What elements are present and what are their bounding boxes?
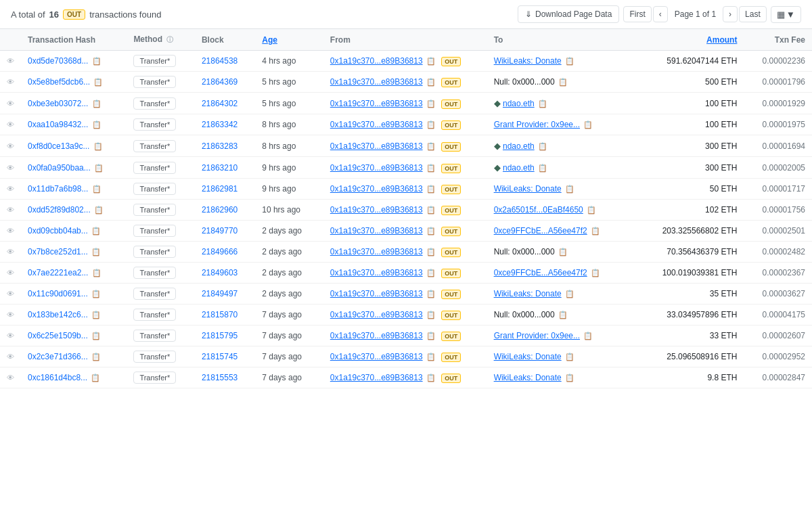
eye-icon[interactable]: 👁 (7, 227, 14, 235)
tx-hash-link[interactable]: 0xc1861d4bc8... (28, 373, 87, 382)
tx-hash-link[interactable]: 0xd5de70368d... (28, 56, 88, 66)
eye-icon[interactable]: 👁 (7, 290, 14, 298)
filter-button[interactable]: ▦ ▼ (771, 6, 801, 23)
from-address-link[interactable]: 0x1a19c370...e89B36813 (330, 373, 423, 382)
copy-from-button[interactable]: 📋 (425, 269, 437, 277)
copy-to-button[interactable]: 📋 (557, 311, 569, 319)
to-address-link[interactable]: ndao.eth (503, 99, 535, 108)
eye-icon[interactable]: 👁 (7, 206, 14, 214)
block-link[interactable]: 21849770 (202, 226, 238, 236)
from-address-link[interactable]: 0x1a19c370...e89B36813 (330, 163, 423, 173)
tx-hash-link[interactable]: 0xdd52f89d802... (28, 205, 91, 215)
block-link[interactable]: 21815870 (202, 310, 238, 319)
to-address-link[interactable]: 0x2a65015f...0EaBf4650 (494, 205, 583, 215)
copy-hash-button[interactable]: 📋 (91, 99, 103, 108)
copy-to-button[interactable]: 📋 (537, 99, 549, 108)
block-link[interactable]: 21862960 (202, 205, 238, 215)
copy-from-button[interactable]: 📋 (425, 248, 437, 256)
eye-icon[interactable]: 👁 (7, 185, 14, 193)
eye-icon[interactable]: 👁 (7, 374, 14, 382)
from-address-link[interactable]: 0x1a19c370...e89B36813 (330, 205, 423, 215)
copy-to-button[interactable]: 📋 (589, 269, 602, 277)
copy-to-button[interactable]: 📋 (564, 57, 576, 66)
eye-icon[interactable]: 👁 (7, 353, 14, 361)
copy-to-button[interactable]: 📋 (537, 164, 549, 173)
from-address-link[interactable]: 0x1a19c370...e89B36813 (330, 77, 423, 87)
block-link[interactable]: 21863210 (202, 163, 238, 173)
copy-to-button[interactable]: 📋 (582, 120, 594, 129)
copy-hash-button[interactable]: 📋 (91, 57, 103, 66)
tx-hash-link[interactable]: 0x183be142c6... (28, 310, 88, 319)
from-address-link[interactable]: 0x1a19c370...e89B36813 (330, 352, 423, 361)
eye-icon[interactable]: 👁 (7, 311, 14, 319)
to-address-link[interactable]: WikiLeaks: Donate (494, 289, 562, 298)
from-address-link[interactable]: 0x1a19c370...e89B36813 (330, 184, 423, 194)
copy-hash-button[interactable]: 📋 (91, 185, 103, 194)
to-address-link[interactable]: Grant Provider: 0x9ee... (494, 120, 580, 129)
download-button[interactable]: ⇓ Download Page Data (518, 5, 619, 23)
from-address-link[interactable]: 0x1a19c370...e89B36813 (330, 268, 423, 277)
from-address-link[interactable]: 0x1a19c370...e89B36813 (330, 56, 423, 66)
tx-hash-link[interactable]: 0x11c90d0691... (28, 289, 88, 298)
tx-hash-link[interactable]: 0xf8d0ce13a9c... (28, 141, 89, 151)
copy-from-button[interactable]: 📋 (425, 164, 437, 173)
last-page-button[interactable]: Last (739, 6, 767, 22)
tx-hash-link[interactable]: 0x11db7a6b98... (28, 184, 88, 194)
copy-hash-button[interactable]: 📋 (92, 78, 104, 87)
eye-icon[interactable]: 👁 (7, 248, 14, 256)
copy-hash-button[interactable]: 📋 (90, 248, 102, 256)
from-address-link[interactable]: 0x1a19c370...e89B36813 (330, 99, 423, 108)
first-page-button[interactable]: First (623, 6, 651, 22)
block-link[interactable]: 21864538 (202, 56, 238, 66)
copy-from-button[interactable]: 📋 (425, 311, 437, 319)
tx-hash-link[interactable]: 0xaa10a98432... (28, 120, 88, 129)
block-link[interactable]: 21849603 (202, 268, 238, 277)
copy-from-button[interactable]: 📋 (425, 185, 437, 194)
tx-hash-link[interactable]: 0x6c25e1509b... (28, 331, 88, 340)
copy-hash-button[interactable]: 📋 (89, 374, 102, 382)
block-link[interactable]: 21815795 (202, 331, 238, 340)
eye-icon[interactable]: 👁 (7, 120, 14, 129)
copy-to-button[interactable]: 📋 (589, 227, 602, 236)
eye-icon[interactable]: 👁 (7, 269, 14, 277)
copy-to-button[interactable]: 📋 (564, 353, 576, 361)
copy-from-button[interactable]: 📋 (425, 99, 437, 108)
block-link[interactable]: 21815745 (202, 352, 238, 361)
block-link[interactable]: 21862981 (202, 184, 238, 194)
tx-hash-link[interactable]: 0xd09cbb04ab... (28, 226, 88, 236)
from-address-link[interactable]: 0x1a19c370...e89B36813 (330, 310, 423, 319)
to-address-link[interactable]: 0xce9FFCbE...A56ee47f2 (494, 268, 587, 277)
copy-from-button[interactable]: 📋 (425, 374, 437, 382)
block-link[interactable]: 21815553 (202, 373, 238, 382)
block-link[interactable]: 21863342 (202, 120, 238, 129)
copy-to-button[interactable]: 📋 (557, 78, 569, 87)
from-address-link[interactable]: 0x1a19c370...e89B36813 (330, 141, 423, 151)
from-address-link[interactable]: 0x1a19c370...e89B36813 (330, 120, 423, 129)
copy-from-button[interactable]: 📋 (425, 78, 437, 87)
to-address-link[interactable]: ndao.eth (503, 141, 535, 151)
copy-to-button[interactable]: 📋 (557, 248, 569, 256)
to-address-link[interactable]: WikiLeaks: Donate (494, 352, 562, 361)
copy-to-button[interactable]: 📋 (564, 374, 576, 382)
copy-to-button[interactable]: 📋 (564, 185, 576, 194)
eye-icon[interactable]: 👁 (7, 78, 14, 86)
from-address-link[interactable]: 0x1a19c370...e89B36813 (330, 226, 423, 236)
tx-hash-link[interactable]: 0x2c3e71d366... (28, 352, 88, 361)
prev-page-button[interactable]: ‹ (653, 6, 668, 22)
tx-hash-link[interactable]: 0xbe3eb03072... (28, 99, 88, 108)
block-link[interactable]: 21849666 (202, 247, 238, 256)
copy-hash-button[interactable]: 📋 (91, 269, 103, 277)
copy-from-button[interactable]: 📋 (425, 142, 437, 151)
tx-hash-link[interactable]: 0x0fa0a950baa... (28, 163, 91, 173)
copy-hash-button[interactable]: 📋 (90, 332, 102, 340)
copy-to-button[interactable]: 📋 (537, 142, 549, 151)
eye-icon[interactable]: 👁 (7, 332, 14, 340)
copy-hash-button[interactable]: 📋 (90, 353, 102, 361)
to-address-link[interactable]: WikiLeaks: Donate (494, 184, 562, 194)
copy-from-button[interactable]: 📋 (425, 227, 437, 236)
block-link[interactable]: 21849497 (202, 289, 238, 298)
to-address-link[interactable]: Grant Provider: 0x9ee... (494, 331, 580, 340)
copy-hash-button[interactable]: 📋 (93, 206, 105, 215)
eye-icon[interactable]: 👁 (7, 57, 14, 65)
copy-from-button[interactable]: 📋 (425, 353, 437, 361)
